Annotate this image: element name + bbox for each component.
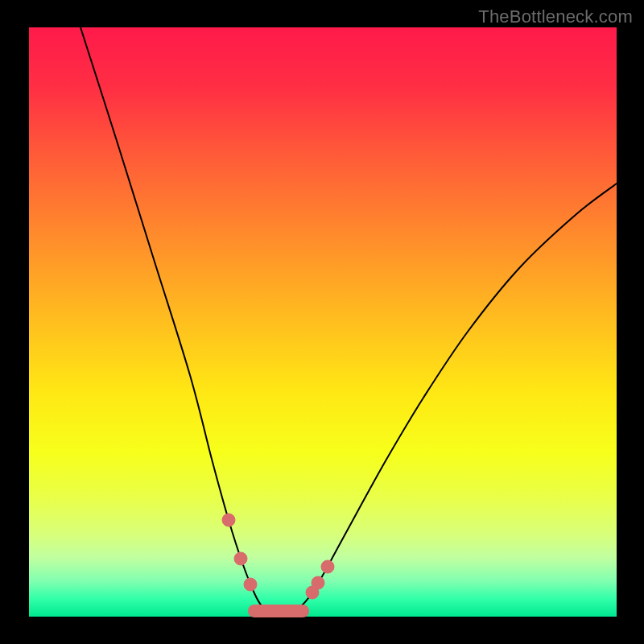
curve-marker	[321, 560, 334, 573]
curve-marker	[312, 576, 324, 589]
gradient-plot-area	[29, 27, 617, 617]
curve-marker	[244, 578, 257, 591]
chart-root: TheBottleneck.com	[0, 0, 644, 644]
plot-svg	[29, 27, 617, 617]
bottleneck-curve	[80, 27, 617, 614]
marker-layer	[222, 514, 334, 611]
curve-marker	[234, 552, 247, 565]
curve-marker	[222, 514, 235, 526]
credit-text: TheBottleneck.com	[478, 6, 633, 27]
